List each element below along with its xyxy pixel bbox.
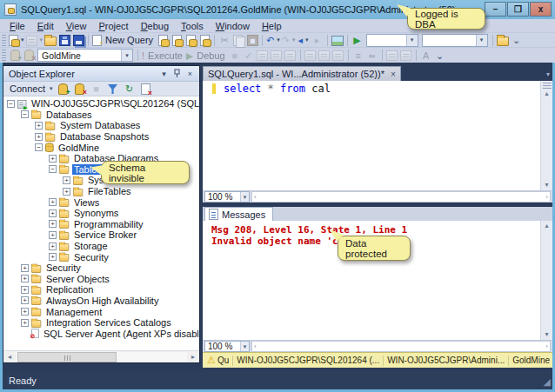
expand-icon[interactable]: + — [49, 209, 57, 217]
undo-button[interactable]: ↶▾ — [265, 33, 281, 47]
collapse-icon[interactable]: − — [49, 165, 57, 173]
connect-database-button[interactable] — [8, 49, 22, 63]
sql-editor[interactable]: select * from cal ▴ ▾ — [203, 81, 552, 190]
expand-icon[interactable]: + — [49, 220, 57, 228]
scroll-down-icon[interactable]: ▾ — [545, 180, 548, 190]
scroll-left-icon[interactable]: ‹ — [254, 193, 257, 201]
maximize-button[interactable]: ❐ — [507, 2, 529, 17]
query-options-button[interactable] — [270, 49, 284, 63]
run-button[interactable]: ▶ — [351, 33, 364, 47]
close-panel-icon[interactable]: × — [184, 68, 197, 80]
menu-project[interactable]: Project — [92, 21, 134, 31]
menu-file[interactable]: File — [3, 21, 31, 31]
close-button[interactable]: x — [530, 2, 552, 17]
specify-values-button[interactable]: A — [419, 49, 433, 63]
paste-button[interactable] — [245, 33, 259, 47]
connect-menu-button[interactable]: Connect▾ — [7, 83, 54, 96]
scroll-left-icon[interactable]: ‹ — [254, 342, 257, 350]
tree-item-security[interactable]: +Security — [3, 262, 199, 274]
scroll-up-icon[interactable]: ▴ — [545, 221, 548, 231]
collapse-icon[interactable]: − — [21, 110, 29, 118]
connect-object-explorer-button[interactable] — [57, 83, 70, 96]
tree-item-views[interactable]: +Views — [3, 196, 199, 208]
tree-item-goldmine[interactable]: −GoldMine — [3, 142, 199, 153]
save-button[interactable] — [57, 33, 71, 47]
expand-icon[interactable]: + — [49, 243, 57, 250]
scroll-left-icon[interactable]: ◂ — [3, 352, 16, 362]
expand-icon[interactable]: + — [63, 188, 70, 196]
copy-button[interactable] — [231, 33, 245, 47]
navigate-forward-button[interactable]: ▸ — [311, 33, 324, 47]
resize-grip-icon[interactable]: ◢ — [544, 376, 551, 388]
stop-button[interactable]: ■ — [228, 49, 242, 63]
uncomment-selection-button[interactable]: ≃ — [365, 49, 379, 63]
tree-item-database-snapshots[interactable]: +Database Snapshots — [3, 131, 199, 143]
intellisense-enabled-button[interactable] — [284, 49, 298, 63]
tree-item-system-databases[interactable]: +System Databases — [3, 120, 199, 131]
expand-icon[interactable]: + — [21, 319, 29, 327]
find-combo[interactable]: ▾ — [366, 34, 418, 47]
menu-view[interactable]: View — [60, 21, 93, 31]
tree-item-synonyms[interactable]: +Synonyms — [3, 208, 199, 219]
editor-zoom-combo[interactable]: 100 %▼ — [204, 191, 250, 203]
execute-button[interactable]: !Execute — [141, 49, 185, 63]
tree-item-storage[interactable]: +Storage — [3, 241, 199, 252]
reports-button[interactable] — [139, 83, 153, 96]
new-query-button[interactable]: New Query — [91, 33, 156, 47]
query-document-tab[interactable]: SQLQuery1.sql - WI...Administrator (52))… — [203, 66, 401, 81]
expand-icon[interactable]: + — [21, 275, 29, 282]
decrease-indent-button[interactable] — [385, 49, 399, 63]
comment-selection-button[interactable]: ≡ — [351, 49, 365, 63]
increase-indent-button[interactable] — [399, 49, 413, 63]
open-file-button[interactable] — [43, 33, 57, 47]
expand-icon[interactable]: + — [21, 308, 29, 316]
criteria-combo[interactable]: ▾ — [422, 34, 488, 47]
collapse-icon[interactable]: − — [7, 100, 15, 108]
expand-icon[interactable]: + — [49, 231, 57, 239]
menu-debug[interactable]: Debug — [135, 21, 175, 31]
expand-icon[interactable]: + — [35, 122, 43, 130]
expand-icon[interactable]: + — [63, 176, 70, 184]
tree-item-win-oj0jg5cjgpr-sql201264-sql-server-11-[interactable]: −WIN-OJ0JG5CJGPR\SQL201264 (SQL Server 1… — [3, 98, 199, 110]
scroll-down-icon[interactable]: ▾ — [545, 329, 548, 340]
navigate-backward-button[interactable]: ◂▾ — [297, 33, 311, 47]
include-actual-plan-button[interactable] — [304, 49, 318, 63]
toolbar2-overflow-button[interactable]: ⌄ — [433, 49, 447, 63]
activity-monitor-button[interactable] — [331, 33, 344, 47]
tree-item-databases[interactable]: −Databases — [3, 110, 199, 121]
xmla-query-button[interactable] — [197, 33, 211, 47]
messages-horizontal-scrollbar[interactable]: ‹› — [251, 341, 551, 352]
object-explorer-horizontal-scrollbar[interactable]: ◂ ▸ — [3, 350, 199, 362]
tree-item-alwayson-high-availability[interactable]: +AlwaysOn High Availability — [3, 296, 199, 307]
filter-button[interactable] — [106, 83, 120, 96]
pin-icon[interactable] — [171, 68, 184, 80]
open-recent-button[interactable] — [496, 33, 510, 47]
expand-icon[interactable]: + — [49, 155, 57, 163]
window-layout-button[interactable]: ▾ — [25, 33, 44, 47]
include-client-statistics-button[interactable] — [318, 49, 331, 63]
messages-tab[interactable]: Messages — [204, 207, 273, 221]
database-engine-query-button[interactable] — [156, 33, 170, 47]
expand-icon[interactable]: + — [21, 286, 29, 294]
redo-button[interactable]: ↷▾ — [281, 33, 297, 47]
tree-item-integration-services-catalogs[interactable]: +Integration Services Catalogs — [3, 317, 199, 329]
scroll-right-icon[interactable]: ▸ — [187, 352, 199, 362]
save-all-button[interactable] — [71, 33, 85, 47]
tab-list-chevron-icon[interactable]: ▾ — [546, 70, 550, 78]
refresh-button[interactable]: ↻ — [123, 83, 137, 96]
cut-button[interactable]: ✂ — [217, 33, 231, 47]
menu-tools[interactable]: Tools — [175, 21, 210, 31]
expand-icon[interactable]: + — [35, 133, 43, 141]
available-databases-combo[interactable]: GoldMine▾ — [37, 49, 133, 62]
tree-item-programmability[interactable]: +Programmability — [3, 219, 199, 230]
disconnect-button[interactable] — [73, 83, 87, 96]
editor-vertical-scrollbar[interactable]: ▴ ▾ — [540, 81, 552, 190]
menu-edit[interactable]: Edit — [31, 21, 60, 31]
toolbar1-overflow-button[interactable]: ⌄ — [510, 33, 524, 47]
minimize-button[interactable]: – — [485, 2, 506, 17]
tree-item-replication[interactable]: +Replication — [3, 284, 199, 296]
dmx-query-button[interactable] — [184, 33, 197, 47]
debug-button[interactable]: ▶Debug — [185, 49, 228, 63]
close-tab-icon[interactable]: × — [391, 70, 396, 79]
tree-item-server-objects[interactable]: +Server Objects — [3, 274, 199, 285]
